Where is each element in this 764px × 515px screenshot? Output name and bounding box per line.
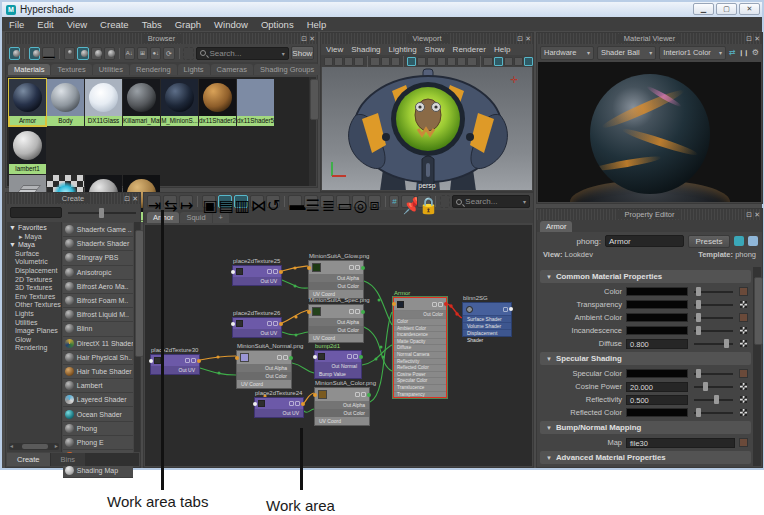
node-normal-texture[interactable]: MinionSuitA_Normal.png Out Alpha Out Col… bbox=[236, 350, 292, 389]
node-place2dtexture26[interactable]: place2dTexture26 Out UV bbox=[232, 317, 282, 338]
grid-toggle-icon[interactable] bbox=[407, 57, 416, 66]
io-connections-icon[interactable]: ⇆ bbox=[163, 195, 177, 208]
node-view-simple-icon[interactable]: ▬ bbox=[288, 195, 302, 208]
node-name-input[interactable]: Armor bbox=[605, 235, 684, 247]
texture-map-icon[interactable] bbox=[739, 395, 748, 404]
menu-help[interactable]: Help bbox=[307, 19, 327, 30]
rearrange-graph-icon[interactable]: ↺ bbox=[266, 195, 280, 208]
transparency-swatch[interactable] bbox=[626, 300, 688, 309]
texture-map-icon[interactable] bbox=[739, 382, 748, 391]
tab-cameras[interactable]: Cameras bbox=[211, 64, 253, 75]
large-swatch-icon[interactable] bbox=[29, 47, 40, 60]
list-item[interactable]: Shading Map bbox=[63, 464, 134, 478]
frame-selection-icon[interactable] bbox=[440, 195, 450, 208]
node-view-connected-icon[interactable]: ☰ bbox=[304, 195, 318, 208]
tree-utilities[interactable]: Utilities bbox=[9, 319, 61, 328]
list-item[interactable]: Ocean Shader bbox=[63, 407, 134, 421]
list-item[interactable]: Bifrost Aero Ma.. bbox=[63, 280, 134, 294]
create-close-icon[interactable]: ✕ bbox=[132, 194, 138, 203]
menu-options[interactable]: Options bbox=[261, 19, 294, 30]
resolution-gate-icon[interactable] bbox=[427, 57, 436, 66]
shaded-icon[interactable] bbox=[494, 57, 503, 66]
tree-favorites[interactable]: ▼ Favorites bbox=[9, 224, 61, 233]
search-filter-dropdown-icon[interactable]: ▾ bbox=[523, 198, 526, 205]
zoom-icon[interactable]: ◎ bbox=[352, 195, 366, 208]
property-editor-titlebar[interactable]: Property Editor ⊡ ✕ bbox=[537, 209, 762, 220]
color-slider[interactable] bbox=[694, 291, 733, 293]
node-place2dtexture30[interactable]: place2dTexture30 Out UV bbox=[150, 354, 200, 375]
material-swatch-armor[interactable]: Armor bbox=[9, 79, 46, 126]
specular-slider[interactable] bbox=[694, 373, 733, 375]
input-connections-icon[interactable]: ⇥ bbox=[147, 195, 161, 208]
tree-volumetric[interactable]: Volumetric bbox=[9, 258, 61, 267]
tab-utilities[interactable]: Utilities bbox=[93, 64, 129, 75]
list-item[interactable]: Hair Physical Sh.. bbox=[63, 351, 134, 365]
camera-lock-icon[interactable] bbox=[334, 57, 343, 66]
sort-time-icon[interactable]: ●↓ bbox=[150, 47, 161, 60]
titlebar[interactable]: M Hypershade ▁ ▢ ✕ bbox=[2, 2, 762, 17]
list-item[interactable]: Shaderfx Shader bbox=[63, 237, 134, 251]
browser-scrollbar[interactable] bbox=[309, 77, 316, 186]
pin-nodes-icon[interactable]: 📌 bbox=[401, 195, 415, 208]
menu-graph[interactable]: Graph bbox=[175, 19, 201, 30]
add-to-graph-icon[interactable]: ▤ bbox=[218, 195, 232, 208]
copy-tab-icon[interactable] bbox=[748, 236, 758, 246]
list-item[interactable]: DirectX 11 Shader bbox=[63, 337, 134, 351]
browser-search-input[interactable]: Search... ▾ bbox=[196, 47, 288, 60]
map-connection-icon[interactable] bbox=[739, 369, 748, 378]
safe-action-icon[interactable] bbox=[457, 57, 466, 66]
tree-rendering[interactable]: Rendering bbox=[9, 344, 61, 353]
tree-glow[interactable]: Glow bbox=[9, 336, 61, 345]
tab-lights[interactable]: Lights bbox=[178, 64, 210, 75]
material-viewer-canvas[interactable] bbox=[538, 62, 761, 202]
vp-menu-view[interactable]: View bbox=[326, 45, 343, 54]
tab-shading-groups[interactable]: Shading Groups bbox=[254, 64, 320, 75]
lock-graph-icon[interactable]: 🔒 bbox=[417, 195, 431, 208]
list-item[interactable]: Blinn bbox=[63, 322, 134, 336]
texture-map-icon[interactable] bbox=[739, 326, 748, 335]
swatch-render-toggle-icon[interactable] bbox=[9, 47, 20, 60]
move-tool-icon[interactable] bbox=[381, 57, 390, 66]
section-bump-normal[interactable]: ▼Bump/Normal Mapping bbox=[540, 421, 751, 434]
menu-create[interactable]: Create bbox=[100, 19, 129, 30]
menu-view[interactable]: View bbox=[67, 19, 87, 30]
tab-rendering[interactable]: Rendering bbox=[130, 64, 177, 75]
section-specular-shading[interactable]: ▼Specular Shading bbox=[540, 352, 751, 365]
show-button[interactable]: Show bbox=[291, 46, 314, 60]
medium-icons-icon[interactable] bbox=[77, 47, 88, 60]
marker-tool-icon[interactable] bbox=[391, 57, 400, 66]
diffuse-value-input[interactable]: 0.800 bbox=[626, 339, 688, 349]
vp-menu-lighting[interactable]: Lighting bbox=[389, 45, 417, 54]
sort-type-icon[interactable]: ⊞ bbox=[137, 47, 148, 60]
duplicate-icon[interactable]: ⋈ bbox=[250, 195, 264, 208]
remove-from-graph-icon[interactable]: ▥ bbox=[234, 195, 248, 208]
vp-menu-help[interactable]: Help bbox=[494, 45, 510, 54]
create-popout-icon[interactable]: ⊡ bbox=[124, 194, 130, 203]
material-viewer-popout-icon[interactable]: ⊡ bbox=[746, 34, 752, 43]
menu-edit[interactable]: Edit bbox=[37, 19, 53, 30]
tree-3d-textures[interactable]: 3D Textures bbox=[9, 284, 61, 293]
settings-gear-icon[interactable]: ⚙ bbox=[752, 48, 759, 57]
frame-selected-icon[interactable] bbox=[183, 47, 194, 60]
menu-window[interactable]: Window bbox=[214, 19, 248, 30]
output-connections-icon[interactable]: ↦ bbox=[179, 195, 193, 208]
frame-all-icon[interactable]: ⧈ bbox=[368, 195, 380, 208]
bump-map-input[interactable]: file30 bbox=[626, 438, 735, 448]
node-armor-phong[interactable]: Armor Out Color Color Ambient Color Inca… bbox=[393, 297, 447, 398]
tree-maya[interactable]: ▼ Maya bbox=[9, 241, 61, 250]
incandescence-slider[interactable] bbox=[694, 330, 733, 332]
gate-mask-icon[interactable] bbox=[437, 57, 446, 66]
list-item[interactable]: Bifrost Liquid M.. bbox=[63, 308, 134, 322]
incandescence-swatch[interactable] bbox=[626, 326, 688, 335]
cosine-power-input[interactable]: 20.000 bbox=[626, 382, 688, 392]
node-bump2d1[interactable]: bump2d1 Out Normal Bump Value bbox=[314, 350, 362, 379]
bottom-tab-create[interactable]: Create bbox=[7, 453, 50, 466]
list-view-icon[interactable] bbox=[104, 47, 115, 60]
safe-title-icon[interactable] bbox=[467, 57, 476, 66]
bottom-tab-bins[interactable]: Bins bbox=[51, 453, 86, 466]
image-plane-icon[interactable] bbox=[354, 57, 363, 66]
property-editor-close-icon[interactable]: ✕ bbox=[754, 210, 760, 219]
renderer-dropdown[interactable]: Hardware▾ bbox=[540, 46, 594, 60]
viewport-popout-icon[interactable]: ⊡ bbox=[517, 34, 523, 43]
node-color-texture[interactable]: MinionSuitA_Color.png Out Alpha Out Colo… bbox=[314, 387, 370, 426]
